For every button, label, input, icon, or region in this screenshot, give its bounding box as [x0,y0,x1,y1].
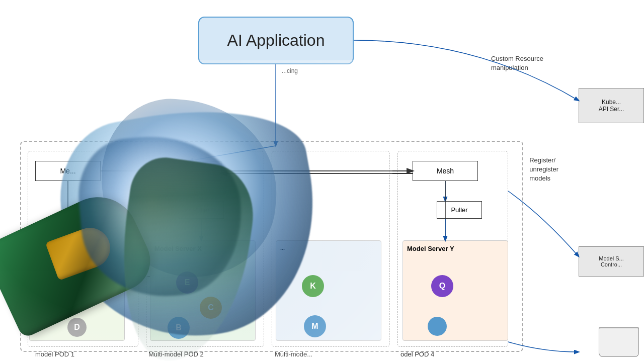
model-circle-q: Q [431,275,453,297]
model-circle-yellow-pod1 [34,296,53,315]
model-circle-k: K [302,275,324,297]
mesh-box-3: Mesh [413,161,478,181]
model-circle-b: B [168,317,190,339]
diagram-container: Me... ... Mesh Puller Puller M... Model … [0,0,644,362]
ai-application-label: AI Application [227,31,325,50]
model-server-x: Model Server X [150,240,256,341]
model-circle-c: C [200,297,222,319]
model-server-y-title: Model Server Y [407,245,454,252]
model-controller-label: Model S...Contro... [599,255,624,267]
custom-resource-annotation: Custom Resourcemanipulation [491,54,543,72]
register-unregister-annotation: Register/unregistermodels [529,156,558,184]
model-circle-d: D [67,318,87,337]
model-server-controller-box: Model S...Contro... [579,246,644,277]
kubernetes-api-label: Kube...API Ser... [599,99,624,113]
pod3-label: Multi-mode... [275,350,312,358]
mesh-box-1: Me... [35,161,101,181]
model-circle-pod4-blue [428,317,447,336]
kubernetes-api-server-box: Kube...API Ser... [579,88,644,123]
model-server-1-title: M... [34,245,43,251]
puller-box-4: Puller [437,201,482,219]
pod4-label: odel POD 4 [400,350,434,358]
model-circle-e: E [176,272,198,294]
puller-box-2: Puller [179,201,224,219]
pod1-label: model POD 1 [35,350,74,358]
model-server-x-title: Model Server X [154,245,202,252]
model-server-y: Model Server Y [403,240,508,341]
bottom-right-element [599,327,639,357]
load-balancing-annotation: ...cing [282,67,298,75]
model-circle-m: M [304,315,326,337]
pod2-label: Multi-model POD 2 [148,350,204,358]
model-server-3-title: ... [280,245,285,251]
model-server-pod3: ... [276,240,381,341]
mesh-box-2: ... [156,161,221,181]
ai-application-box: AI Application [198,17,354,64]
